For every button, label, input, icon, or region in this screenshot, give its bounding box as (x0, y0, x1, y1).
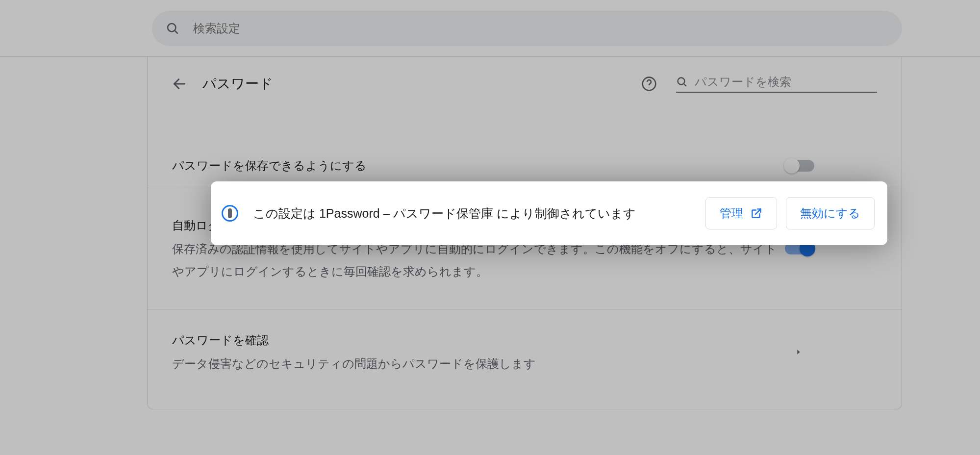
extension-icon (222, 205, 238, 222)
notice-text: この設定は 1Password – パスワード保管庫 により制御されています (253, 203, 685, 224)
disable-button-label: 無効にする (800, 205, 860, 221)
manage-button-label: 管理 (720, 205, 743, 221)
manage-button[interactable]: 管理 (705, 197, 777, 229)
disable-button[interactable]: 無効にする (786, 197, 875, 229)
extension-notice-card: この設定は 1Password – パスワード保管庫 により制御されています 管… (211, 181, 887, 245)
open-external-icon (750, 207, 763, 220)
